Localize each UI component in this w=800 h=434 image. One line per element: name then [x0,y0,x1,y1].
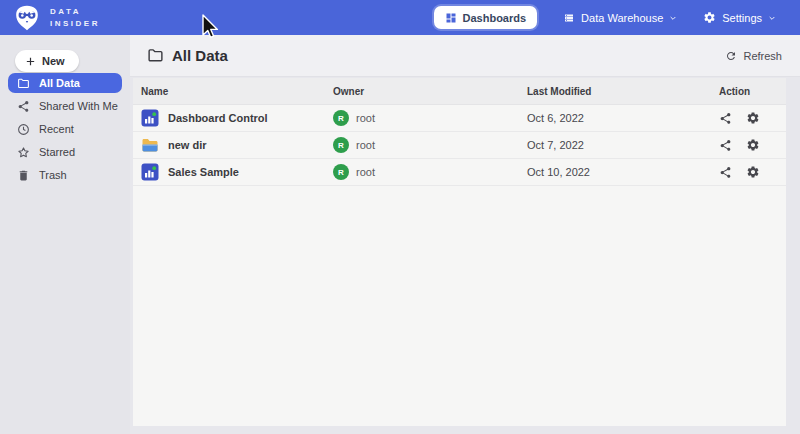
dashboards-button[interactable]: Dashboards [434,6,538,29]
data-table: Name Owner Last Modified Action Dashboar… [133,78,786,426]
name-cell: new dir [141,132,207,158]
new-button[interactable]: New [15,50,79,72]
owner-name: root [356,112,375,124]
folder-icon [147,47,164,64]
page-title: All Data [130,47,228,64]
sidebar-item-label: Trash [39,169,67,181]
column-header-owner: Owner [333,78,364,104]
owner-avatar: R [333,137,349,153]
sidebar: New All Data Shared With Me [0,35,130,434]
star-icon [17,146,30,159]
sidebar-item-label: All Data [39,77,80,89]
last-modified-cell: Oct 10, 2022 [527,159,590,185]
table-row[interactable]: new dir R root Oct 7, 2022 [133,132,786,159]
navbar-right: Dashboards Data Warehouse [434,6,800,29]
refresh-button[interactable]: Refresh [725,50,782,62]
brand: DATA INSIDER [0,5,100,31]
owner-cell: R root [333,159,375,185]
table-body: Dashboard Control R root Oct 6, 2022 [133,105,786,186]
share-icon [17,100,30,113]
name-cell: Dashboard Control [141,105,268,131]
app-root: { "app": { "brand_line1": "DATA", "brand… [0,0,800,434]
column-header-last-modified: Last Modified [527,78,591,104]
gear-icon[interactable] [746,111,760,125]
owl-logo-icon [13,5,41,31]
last-modified-cell: Oct 7, 2022 [527,132,584,158]
sidebar-item-label: Shared With Me [39,100,118,112]
share-icon[interactable] [719,112,732,125]
owner-cell: R root [333,105,375,131]
folder-icon [17,77,30,90]
column-header-action: Action [719,78,750,104]
gear-icon[interactable] [746,165,760,179]
owner-cell: R root [333,132,375,158]
settings-menu[interactable]: Settings [703,11,776,24]
top-navbar: DATA INSIDER Dashboards Data Warehous [0,0,800,35]
action-cell [719,132,760,158]
gear-icon[interactable] [746,138,760,152]
owner-name: root [356,139,375,151]
sidebar-item-all-data[interactable]: All Data [8,73,122,93]
owner-avatar: R [333,164,349,180]
file-name: Dashboard Control [168,112,268,124]
sidebar-item-label: Recent [39,123,74,135]
last-modified-cell: Oct 6, 2022 [527,105,584,131]
dashboard-file-icon [141,109,159,127]
folder-file-icon [141,136,159,154]
file-name: new dir [168,139,207,151]
table-row[interactable]: Sales Sample R root Oct 10, 2022 [133,159,786,186]
refresh-icon [725,50,737,62]
dashboard-grid-icon [445,12,457,24]
sidebar-item-label: Starred [39,146,75,158]
column-header-name: Name [141,78,168,104]
sidebar-item-starred[interactable]: Starred [8,142,122,162]
share-icon[interactable] [719,139,732,152]
sidebar-nav: All Data Shared With Me Recent [0,73,130,188]
action-cell [719,159,760,185]
trash-icon [17,169,30,182]
sidebar-item-shared-with-me[interactable]: Shared With Me [8,96,122,116]
file-name: Sales Sample [168,166,239,178]
data-warehouse-menu[interactable]: Data Warehouse [563,12,677,24]
clock-icon [17,123,30,136]
sidebar-item-trash[interactable]: Trash [8,165,122,185]
table-row[interactable]: Dashboard Control R root Oct 6, 2022 [133,105,786,132]
share-icon[interactable] [719,166,732,179]
action-cell [719,105,760,131]
name-cell: Sales Sample [141,159,239,185]
gear-icon [703,11,716,24]
dashboard-file-icon [141,163,159,181]
table-header-row: Name Owner Last Modified Action [133,78,786,105]
plus-icon [25,56,36,67]
chevron-down-icon [669,14,677,22]
brand-name: DATA INSIDER [50,6,100,30]
owner-avatar: R [333,110,349,126]
database-icon [563,12,575,24]
page-header: All Data Refresh [130,35,800,77]
owner-name: root [356,166,375,178]
chevron-down-icon [768,14,776,22]
sidebar-item-recent[interactable]: Recent [8,119,122,139]
